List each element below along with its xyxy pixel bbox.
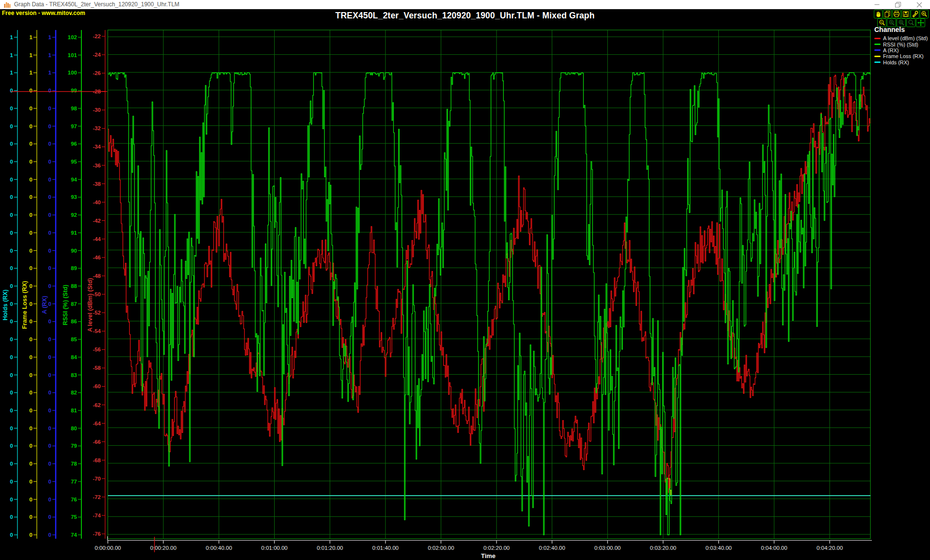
svg-text:95: 95: [71, 159, 77, 165]
svg-text:96: 96: [71, 141, 77, 147]
svg-text:0:00:00.00: 0:00:00.00: [94, 545, 121, 551]
svg-text:74: 74: [71, 532, 77, 538]
svg-text:0: 0: [10, 318, 13, 324]
svg-text:-40: -40: [93, 199, 101, 205]
svg-text:0:02:40.00: 0:02:40.00: [539, 545, 565, 551]
svg-text:0: 0: [48, 390, 51, 395]
svg-text:90: 90: [71, 248, 77, 254]
series-color-swatch: [874, 44, 881, 45]
svg-text:99: 99: [71, 88, 77, 93]
svg-text:0: 0: [30, 425, 32, 431]
svg-text:-60: -60: [93, 383, 101, 389]
graph-data-app: { "window": { "title": "Graph Data - TRE…: [0, 0, 930, 560]
svg-text:0: 0: [10, 497, 13, 502]
svg-text:0: 0: [30, 514, 32, 520]
svg-text:0: 0: [10, 301, 13, 307]
legend-item: A (RX): [874, 47, 930, 53]
svg-text:-26: -26: [93, 70, 101, 76]
svg-text:-68: -68: [93, 457, 101, 463]
legend-label: Frame Loss (RX): [883, 53, 924, 59]
y-axis-title-rssi: RSSI (%) (Std): [62, 285, 69, 325]
svg-text:0: 0: [10, 532, 13, 538]
svg-text:-56: -56: [93, 347, 101, 352]
y-axis-rssi: 1021011009998979695949392919089888786858…: [62, 30, 81, 539]
svg-text:0: 0: [10, 336, 13, 342]
svg-text:0: 0: [48, 106, 51, 111]
svg-text:0: 0: [30, 497, 32, 502]
svg-text:0: 0: [10, 88, 13, 93]
svg-text:97: 97: [71, 123, 77, 129]
svg-text:-22: -22: [93, 33, 101, 39]
svg-text:-52: -52: [93, 310, 101, 316]
svg-text:0:03:00.00: 0:03:00.00: [594, 545, 620, 551]
svg-text:0: 0: [30, 336, 32, 342]
svg-text:-34: -34: [93, 144, 101, 150]
svg-text:-72: -72: [93, 494, 101, 500]
svg-text:0: 0: [48, 514, 51, 520]
svg-text:-50: -50: [93, 291, 101, 297]
svg-text:79: 79: [71, 443, 77, 449]
svg-text:-38: -38: [93, 181, 101, 187]
svg-text:0: 0: [30, 141, 32, 147]
svg-text:0: 0: [30, 177, 32, 182]
svg-text:0: 0: [30, 301, 32, 307]
svg-text:-58: -58: [93, 365, 101, 371]
svg-text:0:03:40.00: 0:03:40.00: [705, 545, 731, 551]
svg-text:0: 0: [48, 141, 51, 147]
svg-text:0: 0: [10, 283, 13, 289]
svg-text:0: 0: [48, 212, 51, 218]
svg-text:0:04:20.00: 0:04:20.00: [817, 545, 843, 551]
plot-area[interactable]: [108, 30, 871, 539]
svg-text:0: 0: [48, 408, 51, 413]
svg-text:98: 98: [71, 106, 77, 111]
svg-text:0: 0: [30, 318, 32, 324]
svg-text:82: 82: [71, 390, 77, 395]
svg-text:89: 89: [71, 265, 77, 271]
svg-text:77: 77: [71, 479, 77, 484]
svg-text:0: 0: [30, 390, 32, 395]
svg-text:0: 0: [30, 283, 32, 289]
y-axis-title-holds: Holds (RX): [2, 289, 9, 320]
svg-text:0: 0: [10, 177, 13, 182]
series-color-swatch: [874, 61, 881, 63]
svg-text:0: 0: [48, 443, 51, 449]
svg-text:0: 0: [30, 479, 32, 484]
svg-text:86: 86: [71, 318, 77, 324]
svg-text:0: 0: [30, 443, 32, 449]
series-color-swatch: [874, 49, 881, 51]
svg-text:0: 0: [48, 354, 51, 360]
svg-text:1: 1: [30, 34, 33, 40]
svg-text:0:01:40.00: 0:01:40.00: [372, 545, 399, 551]
svg-text:1: 1: [48, 52, 52, 58]
svg-text:-46: -46: [93, 255, 101, 260]
svg-text:0: 0: [30, 123, 32, 129]
svg-text:-76: -76: [93, 531, 101, 537]
svg-text:0: 0: [48, 177, 51, 182]
svg-text:0:04:00.00: 0:04:00.00: [761, 545, 787, 551]
y-axis-title-alevel: A level (dBm) (Std): [87, 278, 93, 332]
svg-text:0: 0: [30, 212, 32, 218]
svg-text:0: 0: [48, 123, 51, 129]
svg-text:0: 0: [48, 88, 51, 93]
svg-text:0: 0: [48, 230, 51, 236]
y-axis-holds: 11100000000000000000000000000Holds (RX): [2, 30, 17, 539]
svg-text:85: 85: [71, 336, 77, 342]
svg-text:-62: -62: [93, 402, 101, 408]
svg-text:-48: -48: [93, 273, 101, 279]
svg-text:0: 0: [48, 372, 51, 378]
svg-text:-42: -42: [93, 218, 101, 224]
svg-text:0: 0: [30, 194, 32, 200]
svg-text:0: 0: [30, 372, 32, 378]
svg-text:1: 1: [30, 52, 33, 58]
svg-text:0: 0: [48, 336, 51, 342]
svg-text:0: 0: [48, 532, 51, 538]
svg-text:-64: -64: [93, 421, 101, 426]
svg-text:0: 0: [30, 88, 32, 93]
svg-text:-54: -54: [93, 328, 101, 334]
legend-label: A level (dBm) (Std): [883, 35, 928, 41]
svg-text:0: 0: [30, 461, 32, 467]
svg-text:0: 0: [30, 354, 32, 360]
legend-item: Holds (RX): [874, 60, 930, 65]
svg-text:0: 0: [10, 408, 13, 413]
svg-text:87: 87: [71, 301, 77, 307]
